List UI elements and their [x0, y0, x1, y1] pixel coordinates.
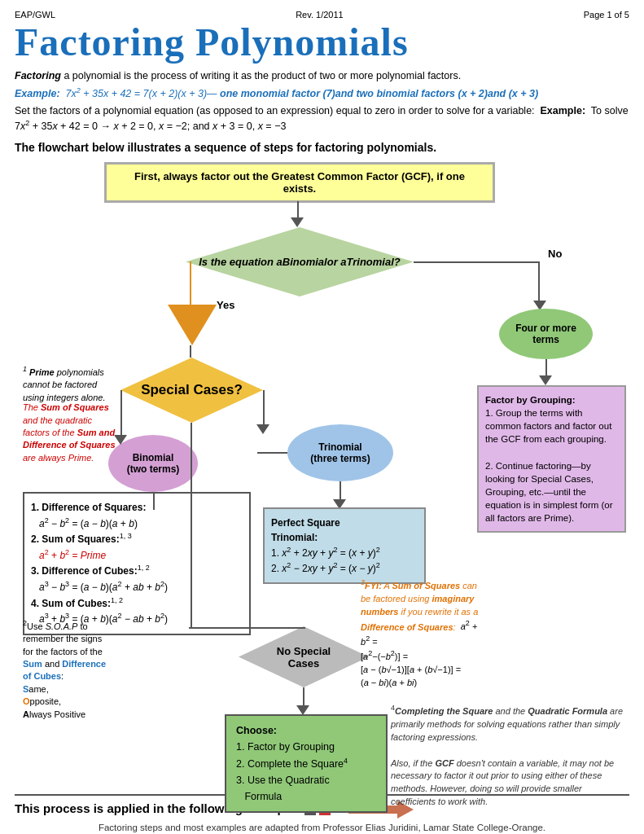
choose-box: Choose: 1. Factor by Grouping 2. Complet… — [225, 714, 388, 813]
four-more-oval: Four or more terms — [499, 309, 593, 359]
no-label: No — [548, 248, 562, 260]
binomial-trinomial-diamond — [186, 227, 414, 296]
header-center: Rev. 1/2011 — [296, 10, 344, 20]
header-left: EAP/GWL — [15, 10, 55, 20]
note2-red: The Sum of Squares and the quadratic fac… — [23, 402, 120, 464]
header-right: Page 1 of 5 — [584, 10, 629, 20]
flowchart: First, always factor out the Greatest Co… — [15, 162, 629, 781]
special-cases-diamond — [120, 358, 263, 423]
flowchart-title: The flowchart below illustrates a sequen… — [15, 141, 629, 154]
page-title: Factoring Polynomials — [15, 21, 629, 64]
no-special-diamond — [239, 626, 369, 687]
trinomial-oval: Trinomial(three terms) — [287, 424, 393, 481]
numbers-list-box: 1. Difference of Squares: a2 − b2 = (a −… — [23, 492, 251, 635]
note2-soap: 2Use S.O.A.P to remember the signs for t… — [23, 618, 112, 721]
yes-triangle — [168, 305, 217, 345]
header-line: EAP/GWL Rev. 1/2011 Page 1 of 5 — [15, 10, 629, 20]
note4: 4Completing the Square and the Quadratic… — [391, 703, 623, 809]
grouping-box: Factor by Grouping: 1. Group the terms w… — [477, 385, 626, 533]
note3-fyi: 3FYI: A Sum of Squares can be factored u… — [361, 577, 481, 690]
intro-example: Example: 7x2 + 35x + 42 = 7(x + 2)(x + 3… — [15, 86, 629, 102]
yes-label: Yes — [217, 299, 234, 311]
gcf-box: First, always factor out the Greatest Co… — [104, 162, 495, 203]
perfect-sq-box: Perfect SquareTrinomial: 1. x2 + 2xy + y… — [263, 507, 426, 584]
note1: 1 Prime polynomials cannot be factored u… — [23, 364, 120, 404]
footer-note: Factoring steps and most examples are ad… — [15, 823, 629, 832]
set-text: Set the factors of a polynomial equation… — [15, 104, 629, 134]
intro-factoring-def: Factoring a polynomial is the process of… — [15, 69, 629, 84]
